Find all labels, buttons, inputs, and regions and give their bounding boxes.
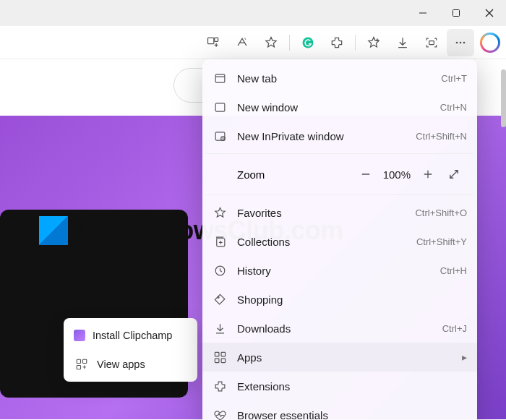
- new-tab-icon: [213, 72, 227, 85]
- menu-shortcut: Ctrl+T: [441, 73, 467, 84]
- zoom-label: Zoom: [237, 168, 353, 181]
- svg-point-24: [218, 296, 219, 298]
- screenshot-icon[interactable]: [418, 29, 445, 56]
- menu-label: Collections: [237, 236, 416, 248]
- svg-rect-26: [221, 352, 226, 356]
- svg-rect-11: [77, 359, 80, 363]
- shopping-icon: [213, 293, 227, 307]
- menu-downloads[interactable]: Downloads Ctrl+J: [202, 314, 477, 343]
- chevron-right-icon: ▸: [462, 351, 467, 363]
- install-label: Install Clipchamp: [93, 330, 172, 341]
- menu-label: Favorites: [237, 207, 415, 219]
- favorites-icon[interactable]: [360, 29, 387, 56]
- zoom-value: 100%: [383, 168, 411, 181]
- svg-rect-5: [215, 38, 218, 41]
- zoom-in-button[interactable]: [415, 161, 441, 187]
- svg-rect-14: [215, 74, 225, 82]
- menu-label: New window: [237, 101, 440, 113]
- zoom-out-button[interactable]: [353, 161, 379, 187]
- svg-rect-12: [83, 359, 87, 363]
- browser-toolbar: [0, 26, 506, 59]
- svg-rect-7: [429, 40, 434, 44]
- menu-favorites[interactable]: Favorites Ctrl+Shift+O: [202, 198, 477, 227]
- menu-extensions[interactable]: Extensions: [202, 372, 477, 400]
- toolbar-divider: [355, 35, 356, 51]
- svg-rect-16: [215, 103, 225, 111]
- window-icon: [213, 100, 227, 114]
- menu-shortcut: Ctrl+Shift+N: [416, 131, 467, 142]
- menu-label: Browser essentials: [237, 409, 467, 421]
- menu-shortcut: Ctrl+H: [440, 265, 467, 276]
- menu-inprivate[interactable]: New InPrivate window Ctrl+Shift+N: [202, 121, 477, 150]
- menu-shopping[interactable]: Shopping: [202, 285, 477, 314]
- menu-label: New tab: [237, 72, 441, 85]
- download-icon: [213, 322, 227, 335]
- settings-menu: New tab Ctrl+T New window Ctrl+N New InP…: [202, 59, 477, 420]
- apps-icon: [213, 351, 227, 364]
- menu-shortcut: Ctrl+Shift+Y: [416, 236, 467, 247]
- puzzle-icon: [213, 380, 227, 393]
- apps-submenu: Install Clipchamp View apps: [64, 318, 197, 382]
- minimize-button[interactable]: [406, 0, 439, 26]
- menu-label: Extensions: [237, 380, 467, 393]
- menu-apps[interactable]: Apps ▸: [202, 343, 477, 372]
- extensions-icon[interactable]: [323, 29, 351, 56]
- window-titlebar: [0, 0, 506, 26]
- menu-shortcut: Ctrl+Shift+O: [415, 207, 467, 218]
- menu-history[interactable]: History Ctrl+H: [202, 256, 477, 285]
- fullscreen-button[interactable]: [441, 161, 467, 187]
- menu-label: History: [237, 265, 440, 277]
- menu-separator: [205, 194, 474, 195]
- heart-pulse-icon: [213, 408, 227, 421]
- menu-shortcut: Ctrl+N: [440, 102, 467, 113]
- menu-collections[interactable]: Collections Ctrl+Shift+Y: [202, 227, 477, 256]
- toolbar-divider: [289, 35, 290, 51]
- svg-rect-13: [77, 366, 80, 369]
- svg-point-8: [456, 41, 458, 43]
- close-button[interactable]: [473, 0, 506, 26]
- menu-label: Downloads: [237, 322, 442, 335]
- watermark-logo-icon: [39, 216, 68, 245]
- svg-rect-27: [215, 359, 219, 363]
- downloads-icon[interactable]: [389, 29, 416, 56]
- view-apps-label: View apps: [97, 359, 145, 370]
- app-install-icon[interactable]: [200, 29, 227, 56]
- svg-point-9: [460, 41, 462, 43]
- menu-label: Apps: [237, 351, 462, 364]
- apps-grid-icon: [74, 358, 90, 371]
- menu-shortcut: Ctrl+J: [442, 323, 467, 334]
- menu-new-tab[interactable]: New tab Ctrl+T: [202, 64, 477, 93]
- copilot-icon[interactable]: [480, 33, 500, 53]
- read-aloud-icon[interactable]: [228, 29, 256, 56]
- menu-label: Shopping: [237, 293, 467, 306]
- view-apps-item[interactable]: View apps: [67, 350, 194, 379]
- svg-rect-4: [208, 38, 214, 43]
- svg-rect-25: [215, 352, 219, 356]
- svg-point-6: [303, 37, 314, 48]
- maximize-button[interactable]: [439, 0, 473, 26]
- menu-label: New InPrivate window: [237, 130, 416, 142]
- svg-point-10: [463, 41, 466, 43]
- svg-rect-1: [453, 10, 460, 17]
- svg-rect-28: [221, 359, 226, 363]
- collections-icon: [213, 235, 227, 249]
- star-icon: [213, 206, 227, 220]
- scrollbar[interactable]: [501, 69, 506, 127]
- menu-separator: [205, 153, 474, 154]
- history-icon: [213, 264, 227, 278]
- favorite-star-icon[interactable]: [257, 29, 285, 56]
- install-clipchamp-item[interactable]: Install Clipchamp: [67, 321, 194, 350]
- clipchamp-icon: [74, 330, 85, 341]
- more-menu-button[interactable]: [447, 29, 474, 56]
- menu-zoom-row: Zoom 100%: [202, 157, 477, 192]
- grammarly-icon[interactable]: [294, 29, 322, 56]
- inprivate-icon: [213, 129, 227, 143]
- menu-essentials[interactable]: Browser essentials: [202, 400, 477, 420]
- menu-new-window[interactable]: New window Ctrl+N: [202, 93, 477, 121]
